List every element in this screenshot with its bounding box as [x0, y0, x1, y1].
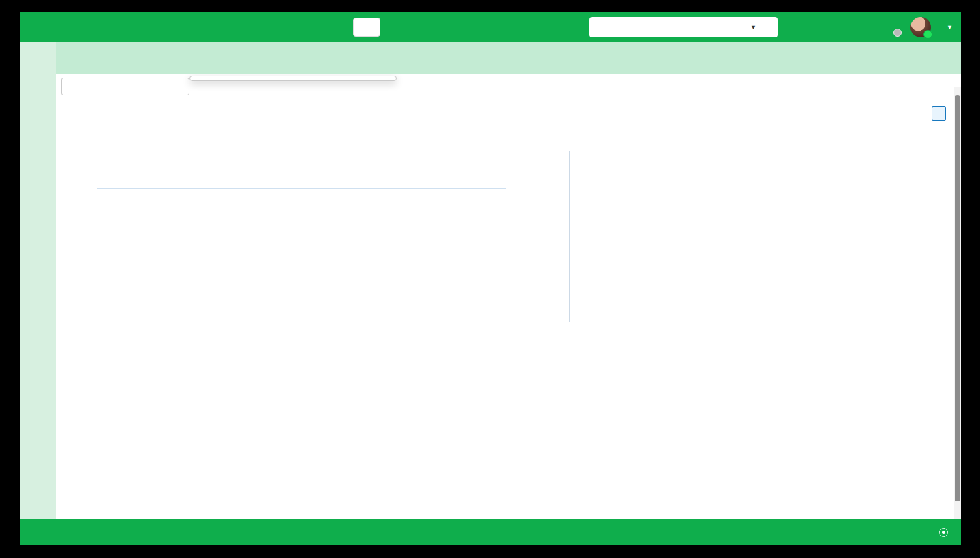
chart-view-toggles [915, 106, 946, 121]
offline-status-dot [893, 29, 902, 37]
bar-chart-icon[interactable] [932, 106, 946, 121]
scrollbar-track [954, 87, 961, 519]
call-app-icon[interactable] [884, 20, 899, 35]
main-area [20, 42, 961, 519]
app-window: ▼ ▼ [20, 12, 961, 545]
topbar: ▼ ▼ [20, 12, 961, 42]
nav-tabs [56, 42, 961, 74]
online-status-dot [923, 30, 932, 39]
date-range-input[interactable] [61, 78, 189, 95]
internal-chat-button[interactable] [939, 519, 953, 545]
collapse-panel-button[interactable] [502, 90, 514, 100]
add-button[interactable] [353, 18, 380, 37]
search-input[interactable] [596, 22, 748, 33]
top5-employees-chart [438, 132, 895, 337]
screen: { "topbar": { "channel_icons": [ {"icon"… [0, 0, 980, 558]
chevron-down-icon: ▼ [947, 24, 953, 31]
notifications-bell-icon[interactable] [857, 20, 872, 35]
user-menu[interactable]: ▼ [943, 24, 953, 31]
user-avatar[interactable] [910, 17, 931, 37]
search-icon[interactable] [761, 22, 771, 33]
sidebar [20, 42, 56, 519]
topbar-right: ▼ [857, 12, 953, 42]
chat-status-icon [939, 528, 948, 537]
search-box: ▼ [589, 17, 778, 37]
plus-circle-icon [361, 23, 369, 32]
y-axis-line [569, 151, 570, 322]
bottombar [20, 519, 961, 545]
scrollbar-thumb[interactable] [955, 95, 960, 501]
pie-chart-icon[interactable] [915, 108, 927, 119]
kpi-dropdown-menu [189, 76, 397, 81]
search-scope-caret-icon[interactable]: ▼ [750, 24, 756, 31]
report-page [56, 74, 961, 519]
